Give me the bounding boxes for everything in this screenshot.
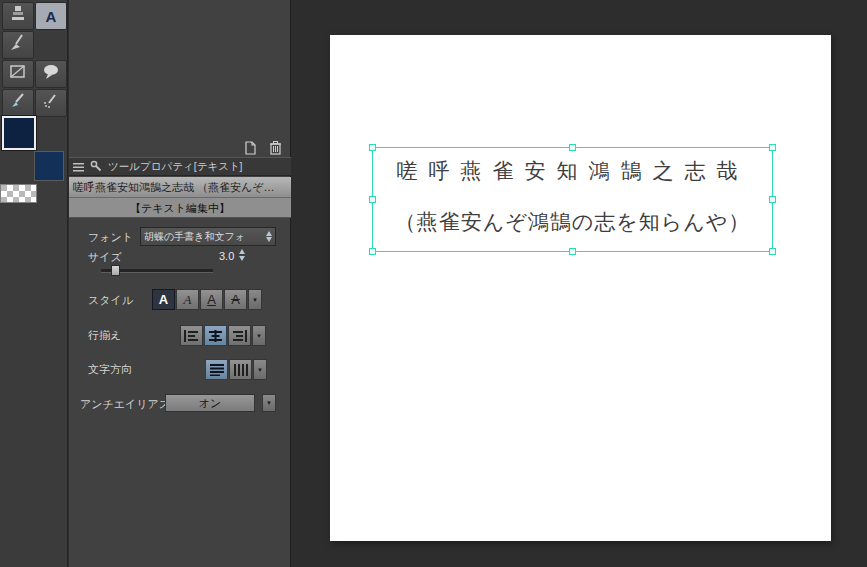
selection-handle-nw[interactable] — [369, 144, 376, 151]
align-more-button[interactable]: ▼ — [252, 325, 266, 346]
text-tool-icon: A — [46, 8, 57, 25]
tool-balloon-button[interactable] — [35, 60, 67, 88]
tool-frame-button[interactable] — [2, 60, 34, 88]
canvas-page[interactable]: 嗟呼燕雀安知鴻鵠之志哉 （燕雀安んぞ鴻鵠の志を知らんや） — [330, 35, 831, 541]
font-select[interactable]: 胡蝶の手書き和文フォ — [140, 227, 276, 246]
airbrush-icon — [41, 91, 61, 115]
chevron-down-icon: ▼ — [256, 333, 262, 339]
panel-title: ツールプロパティ[テキスト] — [108, 160, 243, 174]
app-window: A — [0, 0, 867, 567]
font-select-value: 胡蝶の手書き和文フォ — [144, 230, 245, 244]
text-selection-box[interactable]: 嗟呼燕雀安知鴻鵠之志哉 （燕雀安んぞ鴻鵠の志を知らんや） — [372, 147, 773, 252]
selection-handle-se[interactable] — [769, 248, 776, 255]
canvas-text-line2[interactable]: （燕雀安んぞ鴻鵠の志を知らんや） — [373, 208, 772, 236]
canvas-area: 嗟呼燕雀安知鴻鵠之志哉 （燕雀安んぞ鴻鵠の志を知らんや） — [292, 0, 867, 567]
antialias-label: アンチエイリアス — [80, 397, 170, 412]
size-spinner-down-icon[interactable] — [239, 256, 245, 261]
align-center-button[interactable] — [204, 325, 227, 346]
size-slider[interactable] — [101, 269, 213, 273]
main-color-swatch[interactable] — [2, 116, 36, 150]
direction-more-button[interactable]: ▼ — [253, 359, 267, 380]
horizontal-text-icon — [210, 364, 224, 376]
vertical-text-icon — [234, 364, 248, 376]
tool-text-button[interactable]: A — [35, 2, 67, 30]
new-page-button[interactable] — [241, 139, 259, 156]
tool-eraser-button[interactable] — [2, 31, 34, 59]
selection-handle-sw[interactable] — [369, 248, 376, 255]
trash-button[interactable] — [266, 139, 284, 156]
paintbrush-icon — [8, 91, 28, 115]
size-slider-handle[interactable] — [111, 265, 120, 276]
tool-palette: A — [0, 0, 68, 567]
selection-handle-ne[interactable] — [769, 144, 776, 151]
align-left-button[interactable] — [180, 325, 203, 346]
size-label: サイズ — [88, 250, 122, 265]
align-right-icon — [232, 330, 247, 342]
selection-handle-s[interactable] — [569, 248, 576, 255]
antialias-select[interactable]: オン — [165, 394, 255, 412]
text-preview-bar: 嗟呼燕雀安知鴻鵠之志哉 （燕雀安んぞ… — [69, 177, 291, 198]
font-select-spinner-icon — [263, 231, 272, 242]
antialias-arrow-button[interactable]: ▼ — [262, 394, 276, 412]
selection-handle-n[interactable] — [569, 144, 576, 151]
palette-strip — [241, 139, 284, 156]
selection-handle-e[interactable] — [769, 196, 776, 203]
font-label: フォント — [88, 230, 133, 245]
tool-airbrush-button[interactable] — [35, 89, 67, 117]
frame-border-icon — [8, 62, 28, 86]
decoration-tool-icon — [8, 4, 28, 28]
direction-label: 文字方向 — [88, 362, 132, 377]
transparent-color-swatch[interactable] — [0, 184, 37, 203]
style-italic-button[interactable]: A — [176, 289, 199, 310]
style-bold-button[interactable]: A — [152, 289, 175, 310]
align-left-icon — [184, 330, 199, 342]
direction-horizontal-button[interactable] — [205, 359, 228, 380]
size-spinner — [239, 249, 245, 261]
broom-eraser-icon — [8, 33, 28, 57]
tool-property-header: ツールプロパティ[テキスト] — [69, 157, 291, 176]
palette-column: ツールプロパティ[テキスト] 嗟呼燕雀安知鴻鵠之志哉 （燕雀安んぞ… 【テキスト… — [69, 0, 291, 567]
chevron-down-icon: ▼ — [257, 367, 263, 373]
size-spinner-up-icon[interactable] — [239, 249, 245, 254]
panel-menu-icon[interactable] — [73, 158, 84, 176]
align-label: 行揃え — [88, 328, 121, 343]
size-value: 3.0 — [219, 250, 234, 262]
speech-balloon-icon — [41, 62, 61, 86]
style-more-button[interactable]: ▼ — [248, 289, 262, 310]
align-right-button[interactable] — [228, 325, 251, 346]
style-label: スタイル — [88, 293, 133, 308]
panel-tool-icon — [90, 158, 102, 176]
selection-handle-w[interactable] — [369, 196, 376, 203]
sub-color-swatch[interactable] — [34, 151, 64, 181]
canvas-text-line1[interactable]: 嗟呼燕雀安知鴻鵠之志哉 — [373, 157, 772, 185]
chevron-down-icon: ▼ — [252, 297, 258, 303]
antialias-value: オン — [199, 396, 222, 411]
style-underline-button[interactable]: A — [200, 289, 223, 310]
align-center-icon — [208, 330, 223, 342]
text-editing-status: 【テキスト編集中】 — [69, 198, 291, 218]
tool-brush-button[interactable] — [2, 89, 34, 117]
direction-vertical-button[interactable] — [229, 359, 252, 380]
tool-decoration-button[interactable] — [2, 2, 34, 30]
style-strike-button[interactable]: A — [224, 289, 247, 310]
chevron-down-icon: ▼ — [266, 400, 272, 406]
